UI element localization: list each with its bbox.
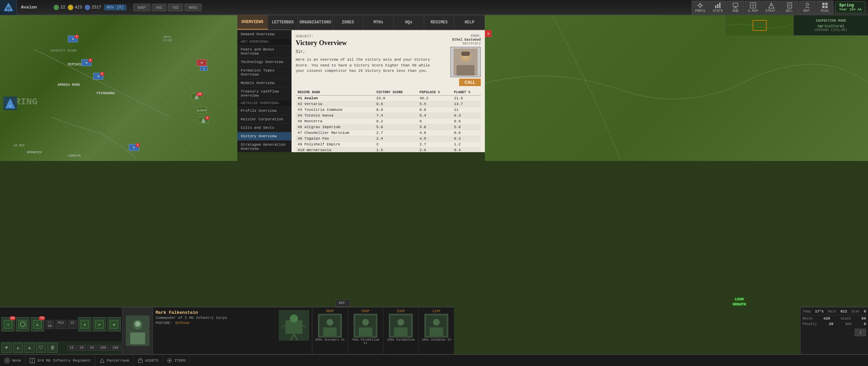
map-button[interactable]: MAP (133, 4, 150, 11)
unit-selector-icon[interactable]: ○ (4, 358, 10, 364)
map-unit-7[interactable]: 1Inf (197, 107, 207, 114)
faction-name: Panzerraum (107, 359, 129, 363)
stats-button[interactable]: STATS (709, 1, 726, 14)
map-roads (0, 15, 237, 161)
troop-card-2[interactable]: 29XP 700x Parabellum II (348, 307, 383, 354)
mini-button[interactable]: MINI (816, 1, 833, 14)
menu-formation-types[interactable]: Formation Types Overview (237, 66, 291, 79)
action-cross[interactable]: ✚ (24, 343, 35, 353)
menu-profile[interactable]: Profile Overview (237, 107, 291, 115)
menu-demand-overview[interactable]: Demand Overview (237, 30, 291, 39)
svg-text:5: 5 (9, 104, 11, 107)
menu-feats-bonus[interactable]: Feats and Bonus Overview (237, 45, 291, 58)
bottom-bar: ○ None 3rd MG Infantry Regiment Panzerra… (0, 354, 868, 366)
troop-card-4[interactable]: 12XP 100x Soldaten IV (419, 307, 454, 354)
panel-close-button[interactable]: ✕ (485, 30, 492, 37)
tab-overviews[interactable]: OVERVIEWS (237, 15, 268, 29)
map-unit-3[interactable]: M5 (93, 73, 103, 80)
map-area-right[interactable] (485, 15, 868, 161)
map-unit-2[interactable]: M4 (81, 59, 92, 66)
tab-hqs[interactable]: HQs (394, 15, 424, 29)
rep-button[interactable]: REP. (799, 1, 816, 14)
map-unit-6[interactable]: 10 (192, 93, 202, 100)
action-delete[interactable]: 🗑 (47, 343, 58, 353)
action-star[interactable]: ★ (13, 343, 23, 353)
menu-cults[interactable]: Cults and Sects (237, 124, 291, 132)
population-resource: 22 (54, 5, 65, 10)
map-unit-9[interactable]: M1 (129, 144, 139, 151)
table-row: #4 Totenio Hansa7.45.49.3 (296, 113, 481, 119)
unit-icon-4[interactable]: ◆ (78, 317, 91, 331)
unit-icon-1[interactable]: ★ 18 (1, 317, 15, 331)
svg-point-3 (699, 4, 702, 7)
svg-rect-73 (323, 327, 337, 336)
tab-letterbox[interactable]: LETTERBOX (268, 15, 298, 29)
oob-button[interactable]: OOB (727, 1, 744, 14)
unit-icon-2[interactable] (16, 317, 29, 331)
bad-value: 0 (864, 322, 866, 326)
tab-mths[interactable]: MTHs (363, 15, 394, 29)
mng-button[interactable]: MNG (184, 4, 202, 11)
page-indicator: 1 (803, 329, 866, 336)
troop-card-1[interactable]: 30XP 900x Sturmers IV (312, 307, 348, 354)
map-unit-4[interactable]: M (197, 59, 207, 66)
stat-5: 100 (110, 345, 121, 351)
unit-selector-label: None (12, 359, 21, 363)
unit-icon-5[interactable]: ● (93, 317, 106, 331)
tab-organisations[interactable]: ORGANISATIONS (298, 15, 333, 29)
map-unit-8[interactable]: 2 (198, 117, 209, 124)
his-button[interactable]: HIS (152, 4, 166, 11)
menu-stratagem[interactable]: Stratagem Generation Overview (237, 141, 291, 152)
troop-name-2: 700x Parabellum II (349, 338, 382, 345)
col-victory-score: VICTORY SCORE (374, 89, 417, 96)
tab-regimes[interactable]: REGIMES (424, 15, 455, 29)
faction-logo (0, 0, 17, 15)
temp-row: Temp 17°c Rain 612 Scav 0 (803, 309, 866, 313)
vid-button[interactable]: VID (168, 4, 183, 11)
dec-button[interactable]: DEC. (781, 1, 798, 14)
table-row: #3 Tosoliria Commune8.96.811 (296, 107, 481, 113)
svg-rect-50 (19, 320, 27, 328)
commander-name: Mark Falkenstein (156, 310, 273, 315)
svg-point-81 (433, 319, 440, 326)
menu-models[interactable]: Models Overview (237, 79, 291, 87)
unit-icon-6[interactable]: ■ (107, 317, 121, 331)
menu-victory[interactable]: Victory Overview (237, 132, 291, 141)
mini-map[interactable] (726, 15, 793, 36)
action-shield[interactable]: 🛡 (36, 343, 46, 353)
unit-icon-3[interactable]: ▲ 70 (31, 317, 44, 331)
svg-rect-76 (359, 327, 372, 336)
strat-button[interactable]: STRAT. (762, 1, 781, 14)
troop-portrait-1 (318, 314, 342, 338)
stat-divider-1 (803, 315, 866, 315)
unit-selector-area[interactable]: ○ None (0, 355, 25, 366)
map-area[interactable]: MECHFILED SCARLETT RIVER RIPIHILL AMONIA… (0, 15, 237, 161)
assets-button[interactable]: ASSETS (134, 355, 163, 366)
call-button[interactable]: CALL (459, 79, 481, 86)
tab-help[interactable]: HELP (454, 15, 485, 29)
tab-zones[interactable]: ZONES (333, 15, 363, 29)
troop-card-3[interactable]: 23XP 100x Parabellum (383, 307, 419, 354)
inspection-title: INSPECTION MODE (797, 19, 865, 23)
loam-growth-indicator: LOAMGROWTH (732, 297, 746, 307)
prefs-button[interactable]: PREFS (692, 1, 709, 14)
action-heart[interactable]: ♥ (1, 343, 12, 353)
penalty-row: Penalty 20 BAD 0 (803, 322, 866, 326)
map-unit-5[interactable]: 4 (200, 66, 208, 71)
map-unit-home[interactable]: 5 (3, 97, 17, 112)
items-button[interactable]: ITEMS (163, 355, 190, 366)
map-unit-1[interactable]: M2 (68, 36, 78, 42)
victory-table: REGIME RANK VICTORY SCORE POPULACE % PLA… (296, 89, 481, 152)
unit-info-panel: Mark Falkenstein Commander of I MG Infan… (122, 307, 312, 354)
menu-treasury[interactable]: Treasury cashflow overview (237, 87, 291, 100)
unit-icons-row: ★ 18 ▲ 70 HP 90 Mix 12 (0, 307, 122, 341)
pivonanna-label: PIVONANNA (97, 92, 115, 95)
letter-portrait-area: FROM: Ethel Eastwood Secretary CALL (437, 34, 481, 86)
menu-keisler[interactable]: Keisler Corporation (237, 115, 291, 124)
recon-row: Recon 428 Stack 89 (803, 317, 866, 321)
svg-marker-29 (197, 109, 200, 111)
rep-indicator: REP. (336, 300, 350, 307)
svg-rect-27 (825, 6, 828, 8)
menu-technology[interactable]: Technology Overview (237, 58, 291, 66)
smap-button[interactable]: S.MAP (745, 1, 762, 14)
